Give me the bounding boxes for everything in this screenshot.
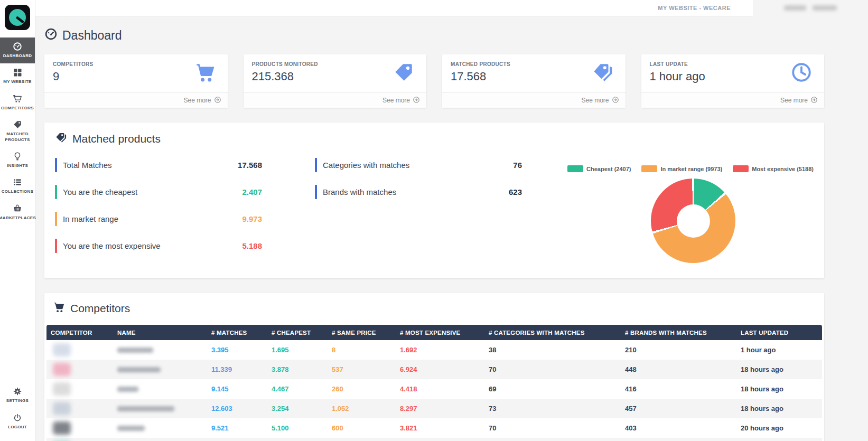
cheapest-cell: 4.939 (267, 438, 328, 441)
sidebar-nav: DASHBOARD MY WEBSITE COMPETITORS MATCHED… (0, 37, 35, 441)
brands-cell: 441 (621, 438, 736, 441)
competitor-name-cell (113, 340, 207, 360)
stat-card-top: LAST UPDATE 1 hour ago (641, 54, 825, 92)
same-price-cell: 600 (328, 418, 396, 438)
stat-card-matched-products: MATCHED PRODUCTS 17.568 See more (442, 54, 626, 108)
sidebar-item-matched-products[interactable]: MATCHED PRODUCTS (0, 116, 35, 147)
cheapest-cell: 1.695 (267, 340, 328, 360)
chart-legend: Cheapest (2407) In market range (9973) M… (522, 165, 814, 172)
categories-cell: 69 (484, 379, 621, 399)
app-logo[interactable] (5, 5, 30, 30)
brands-cell: 403 (621, 418, 736, 438)
sidebar-item-label: MARKETPLACES (0, 215, 36, 221)
redacted-competitor-name (117, 367, 161, 372)
last-updated-cell: 18 hours ago (736, 360, 822, 379)
redacted-user-text (784, 5, 806, 11)
stat-label: You are the most expensive (63, 241, 161, 250)
table-row[interactable]: 11.350 4.939 818 5.593 69 441 20 hours a… (46, 438, 822, 441)
competitor-logo-cell (46, 379, 113, 399)
sidebar-item-marketplaces[interactable]: MARKETPLACES (0, 200, 35, 226)
see-more-link[interactable]: See more (44, 92, 228, 108)
legend-label: In market range (9973) (660, 166, 722, 172)
see-more-label: See more (382, 97, 410, 104)
arrow-circle-icon (214, 96, 221, 105)
legend-item-in-market-range[interactable]: In market range (9973) (641, 165, 722, 172)
sidebar-item-insights[interactable]: INSIGHTS (0, 147, 35, 173)
see-more-link[interactable]: See more (641, 92, 825, 108)
same-price-cell: 1.052 (328, 399, 396, 418)
stat-categories-with-matches: Categories with matches 76 (315, 158, 522, 172)
column-header--same-price: # SAME PRICE (328, 325, 396, 340)
competitors-table: COMPETITORNAME# MATCHES# CHEAPEST# SAME … (46, 325, 822, 441)
stat-color-bar (55, 239, 57, 253)
main-area: MY WEBSITE - WECARE Dashboard COMPETITOR… (35, 0, 868, 441)
see-more-link[interactable]: See more (244, 92, 427, 108)
sidebar-item-label: COMPETITORS (1, 106, 34, 111)
arrow-circle-icon (810, 96, 818, 105)
sidebar-item-dashboard[interactable]: DASHBOARD (0, 37, 35, 63)
most-expensive-cell: 1.692 (396, 340, 484, 360)
stat-card-top: PRODUCTS MONITORED 215.368 (244, 54, 427, 92)
table-row[interactable]: 12.603 3.254 1.052 8.297 73 457 18 hours… (46, 399, 822, 418)
column-header--matches: # MATCHES (207, 325, 267, 340)
stat-label: Total Matches (63, 161, 112, 170)
legend-label: Most expensive (5188) (752, 166, 814, 172)
most-expensive-cell: 4.418 (396, 379, 484, 399)
legend-item-most-expensive[interactable]: Most expensive (5188) (733, 165, 814, 172)
categories-cell: 73 (484, 399, 621, 418)
last-updated-cell: 18 hours ago (736, 399, 822, 418)
stat-label: You are the cheapest (63, 187, 137, 196)
brands-cell: 448 (621, 360, 736, 379)
legend-swatch (567, 165, 583, 172)
table-row[interactable]: 9.521 5.100 600 3.821 70 403 20 hours ag… (46, 418, 822, 438)
cart-icon (53, 301, 65, 316)
basket-icon (13, 204, 22, 213)
bulb-icon (13, 152, 22, 161)
legend-label: Cheapest (2407) (586, 166, 631, 172)
sidebar-item-label: COLLECTIONS (2, 189, 34, 194)
page-title: Dashboard (44, 27, 824, 44)
site-selector[interactable]: MY WEBSITE - WECARE (658, 5, 731, 11)
brands-cell: 416 (621, 379, 736, 399)
redacted-competitor-name (117, 406, 174, 411)
matches-cell: 11.339 (207, 360, 267, 379)
legend-item-cheapest[interactable]: Cheapest (2407) (567, 165, 631, 172)
sidebar-item-logout[interactable]: LOGOUT (0, 409, 35, 435)
redacted-competitor-name (117, 387, 138, 392)
competitor-name-cell (113, 399, 207, 418)
table-row[interactable]: 9.145 4.467 260 4.418 69 416 18 hours ag… (46, 379, 822, 399)
matches-cell: 3.395 (207, 340, 267, 360)
tag-icon (13, 120, 22, 129)
column-header-competitor: COMPETITOR (46, 325, 113, 340)
competitor-name-cell (113, 379, 207, 399)
donut-chart (651, 179, 735, 263)
redacted-competitor-name (117, 426, 145, 431)
stat-card-products-monitored: PRODUCTS MONITORED 215.368 See more (244, 54, 427, 108)
matched-stats-right: Categories with matches 76 Brands with m… (315, 158, 522, 266)
categories-cell: 70 (484, 418, 621, 438)
see-more-link[interactable]: See more (442, 92, 626, 108)
tag-icon (393, 61, 415, 83)
see-more-label: See more (780, 97, 808, 104)
sidebar-item-my-website[interactable]: MY WEBSITE (0, 63, 35, 89)
stat-card-top: COMPETITORS 9 (44, 54, 228, 92)
sidebar-group-top: DASHBOARD MY WEBSITE COMPETITORS MATCHED… (0, 37, 35, 226)
stat-color-bar (55, 185, 57, 199)
sidebar-item-settings[interactable]: SETTINGS (0, 382, 35, 408)
competitor-logo-cell (46, 360, 113, 379)
column-header--most-expensive: # MOST EXPENSIVE (396, 325, 484, 340)
sidebar-item-competitors[interactable]: COMPETITORS (0, 90, 35, 116)
competitors-title: Competitors (53, 301, 822, 316)
matched-products-title: Matched products (55, 132, 814, 146)
see-more-label: See more (183, 97, 211, 104)
sidebar-item-collections[interactable]: COLLECTIONS (0, 173, 35, 199)
stat-card-last-update: LAST UPDATE 1 hour ago See more (641, 54, 825, 108)
user-menu[interactable] (753, 0, 868, 16)
last-updated-cell: 20 hours ago (736, 438, 822, 441)
table-row[interactable]: 3.395 1.695 8 1.692 38 210 1 hour ago (46, 340, 822, 360)
legend-swatch (733, 165, 749, 172)
table-row[interactable]: 11.339 3.878 537 6.924 70 448 18 hours a… (46, 360, 822, 379)
competitor-name-cell (113, 438, 207, 441)
topbar: MY WEBSITE - WECARE (35, 0, 868, 16)
gauge-icon (13, 42, 22, 51)
